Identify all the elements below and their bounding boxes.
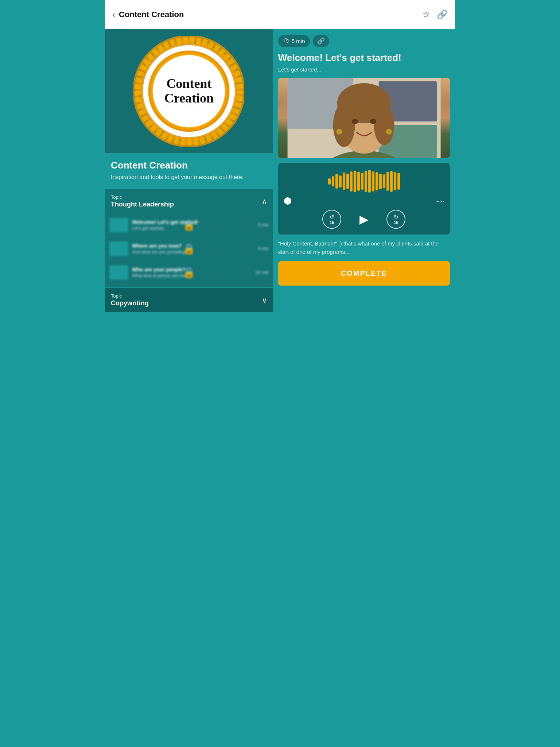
- svg-point-16: [386, 129, 392, 135]
- badge-row: ⏱ 5 min 🔗: [278, 35, 450, 47]
- lesson-list: Welcome! Let's get started! Let's get st…: [105, 213, 273, 287]
- lock-icon: 🔒: [183, 267, 195, 279]
- right-column: ⏱ 5 min 🔗 Welcome! Let's get started! Le…: [273, 29, 455, 312]
- link-badge[interactable]: 🔗: [313, 35, 329, 47]
- waveform-bar: [350, 171, 353, 191]
- topic-thought-leadership: Topic Thought Leadership ∧ Welcome! Let'…: [105, 189, 273, 287]
- lesson-duration: 10 min: [256, 270, 269, 275]
- course-description: Inspiration and tools to get your messag…: [111, 173, 267, 181]
- svg-rect-3: [287, 78, 440, 158]
- waveform-bar: [361, 173, 363, 190]
- waveform-bar: [332, 176, 334, 187]
- waveform-bar: [386, 172, 389, 191]
- lesson-item[interactable]: Who are your people? What kind of person…: [105, 261, 273, 285]
- forward-icon: ↻: [394, 214, 398, 220]
- lesson-item[interactable]: Where are you now? And what are you prov…: [105, 237, 273, 261]
- lesson-thumbnail: [109, 218, 128, 232]
- back-button[interactable]: ‹: [112, 9, 115, 20]
- svg-point-11: [333, 103, 355, 147]
- audio-player: --:-- ↺ 15 ▶ ↻ 15: [278, 163, 450, 235]
- waveform-bar: [357, 172, 360, 191]
- header-actions: ☆ 🔗: [422, 9, 448, 20]
- lesson-quote: "Holy Content, Batman!" :) that's what o…: [278, 240, 450, 256]
- lesson-heading: Welcome! Let's get started!: [278, 52, 450, 63]
- svg-point-9: [338, 97, 389, 154]
- waveform-bar: [368, 170, 371, 193]
- waveform-bar: [346, 174, 349, 189]
- play-button[interactable]: ▶: [354, 210, 373, 229]
- topic-label-copy: Topic: [111, 293, 149, 299]
- chevron-up-icon: ∧: [262, 197, 267, 206]
- waveform-bar: [343, 173, 345, 190]
- waveform-bar: [397, 173, 400, 190]
- topic-copywriting[interactable]: Topic Copywriting ∨: [105, 288, 273, 312]
- left-column: Content Creation Content Creation Inspir…: [105, 29, 273, 312]
- duration-badge: ⏱ 5 min: [278, 35, 310, 47]
- instructor-photo: [278, 78, 450, 158]
- lock-icon: 🔒: [183, 219, 195, 231]
- waveform-bar: [383, 174, 385, 188]
- header: ‹ Content Creation ☆ 🔗: [105, 0, 455, 29]
- rewind-label: 15: [330, 220, 334, 225]
- rewind-button[interactable]: ↺ 15: [322, 210, 341, 229]
- star-icon[interactable]: ☆: [422, 9, 430, 20]
- progress-dot[interactable]: [284, 197, 291, 205]
- topic-name-copy: Copywriting: [111, 299, 149, 307]
- svg-rect-5: [378, 81, 437, 121]
- lock-icon: 🔒: [183, 243, 195, 255]
- rewind-icon: ↺: [330, 214, 334, 220]
- video-thumbnail[interactable]: [278, 78, 450, 158]
- main-layout: Content Creation Content Creation Inspir…: [105, 29, 455, 312]
- svg-point-13: [351, 119, 358, 124]
- svg-point-7: [316, 151, 411, 158]
- forward-button[interactable]: ↻ 15: [386, 210, 405, 229]
- course-title: Content Creation: [111, 160, 267, 171]
- lesson-duration: 5 min: [258, 246, 268, 251]
- lesson-item[interactable]: Welcome! Let's get started! Let's get st…: [105, 213, 273, 237]
- chevron-down-icon: ∨: [262, 296, 267, 305]
- course-image-section: Content Creation: [105, 29, 273, 153]
- waveform-bar: [328, 178, 331, 185]
- course-circle: Content Creation: [141, 44, 236, 139]
- svg-point-10: [337, 83, 391, 123]
- waveform-bar: [379, 174, 382, 189]
- svg-rect-6: [378, 125, 437, 158]
- waveform-bar: [335, 174, 338, 189]
- topic-header-thought-leadership[interactable]: Topic Thought Leadership ∧: [105, 189, 273, 213]
- course-info: Content Creation Inspiration and tools t…: [105, 153, 273, 184]
- svg-point-15: [336, 129, 342, 135]
- link-icon[interactable]: 🔗: [437, 9, 448, 20]
- waveform-bar: [372, 171, 374, 191]
- lesson-thumbnail: [109, 265, 128, 280]
- svg-rect-8: [356, 134, 372, 149]
- forward-label: 15: [394, 220, 398, 225]
- waveform-bar: [354, 171, 356, 192]
- waveform: [284, 170, 444, 192]
- duration-text: 5 min: [292, 38, 305, 44]
- clock-icon: ⏱: [283, 38, 289, 45]
- complete-button[interactable]: COMPLETE: [278, 261, 450, 286]
- svg-point-14: [370, 119, 376, 124]
- svg-rect-4: [287, 78, 353, 129]
- svg-point-12: [374, 105, 394, 145]
- waveform-bar: [394, 172, 396, 190]
- header-title: Content Creation: [119, 10, 184, 19]
- course-circle-text: Content Creation: [164, 77, 214, 105]
- complete-section: COMPLETE: [278, 256, 450, 286]
- audio-controls: ↺ 15 ▶ ↻ 15: [284, 210, 444, 229]
- topic-name: Thought Leadership: [111, 201, 174, 208]
- lesson-subtext: Let's get started...: [278, 66, 450, 73]
- topic-label: Topic: [111, 194, 174, 200]
- progress-time: --:--: [436, 198, 444, 204]
- header-left: ‹ Content Creation: [112, 9, 184, 20]
- waveform-bar: [339, 175, 342, 187]
- lesson-duration: 5 min: [258, 222, 268, 228]
- waveform-bar: [390, 171, 393, 192]
- lesson-thumbnail: [109, 241, 128, 256]
- waveform-bar: [365, 171, 367, 192]
- progress-row: --:--: [284, 197, 444, 205]
- waveform-bar: [376, 172, 378, 190]
